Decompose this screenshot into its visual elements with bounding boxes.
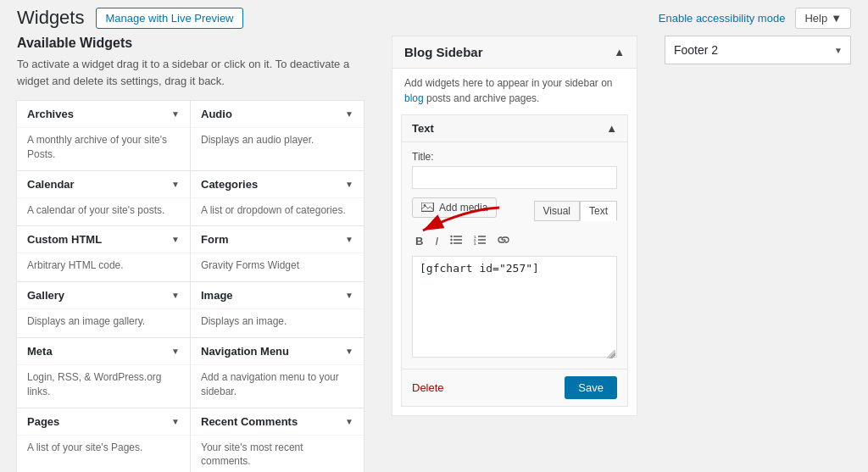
top-bar-left: Widgets Manage with Live Preview (17, 7, 243, 29)
widget-title-input[interactable] (412, 166, 617, 189)
widget-item-navigation-menu: Navigation Menu ▼ Add a navigation menu … (190, 337, 364, 408)
manage-live-preview-button[interactable]: Manage with Live Preview (96, 8, 242, 29)
bold-button[interactable]: B (412, 233, 426, 249)
widget-desc-recent-comments: Your site's most recent comments. (191, 436, 364, 472)
chevron-down-icon: ▼ (345, 291, 353, 300)
text-tab[interactable]: Text (580, 201, 617, 221)
chevron-down-icon: ▼ (171, 347, 180, 356)
save-button[interactable]: Save (565, 376, 617, 399)
blog-sidebar-title: Blog Sidebar (404, 45, 483, 59)
list-ul-icon (450, 235, 462, 245)
chevron-down-icon: ▼ (171, 109, 180, 119)
widget-desc-archives: A monthly archive of your site's Posts. (17, 128, 190, 170)
visual-tab[interactable]: Visual (534, 201, 580, 221)
widget-item-image: Image ▼ Displays an image. (190, 281, 364, 338)
chevron-down-icon: ▼ (345, 347, 353, 356)
top-bar: Widgets Manage with Live Preview Enable … (0, 0, 868, 36)
svg-point-5 (450, 236, 452, 237)
blog-link[interactable]: blog (404, 92, 424, 104)
media-icon (421, 203, 435, 213)
widget-name-calendar: Calendar (27, 178, 75, 191)
chevron-down-icon: ▼ (345, 417, 353, 426)
blog-sidebar-box: Blog Sidebar ▲ Add widgets here to appea… (392, 36, 637, 416)
widget-header-custom-html[interactable]: Custom HTML ▼ (17, 226, 190, 253)
text-widget-body: Title: Add media (402, 142, 627, 369)
widget-item-categories: Categories ▼ A list or dropdown of categ… (190, 170, 364, 227)
widget-name-custom-html: Custom HTML (27, 233, 102, 246)
footer2-wrapper: Footer 2 (665, 36, 851, 64)
widget-header-pages[interactable]: Pages ▼ (17, 408, 190, 436)
widget-item-form: Form ▼ Gravity Forms Widget (190, 225, 364, 282)
center-panel: Blog Sidebar ▲ Add widgets here to appea… (364, 36, 665, 472)
widget-desc-image: Displays an image. (191, 309, 364, 337)
widget-name-categories: Categories (201, 178, 258, 191)
chevron-up-icon: ▲ (614, 46, 625, 58)
help-button[interactable]: Help ▼ (795, 8, 851, 29)
page-title: Widgets (17, 7, 84, 29)
text-widget-header[interactable]: Text ▲ (402, 115, 627, 142)
italic-button[interactable]: I (431, 233, 442, 249)
widget-header-image[interactable]: Image ▼ (191, 282, 364, 309)
widget-desc-meta: Login, RSS, & WordPress.org links. (17, 365, 190, 408)
chevron-down-icon: ▼ (171, 417, 180, 426)
widget-name-recent-comments: Recent Comments (201, 415, 298, 428)
widget-item-recent-comments: Recent Comments ▼ Your site's most recen… (190, 408, 364, 472)
widget-name-image: Image (201, 289, 233, 302)
widget-desc-gallery: Displays an image gallery. (17, 309, 190, 337)
widget-item-gallery: Gallery ▼ Displays an image gallery. (16, 281, 191, 338)
title-label: Title: (412, 151, 617, 163)
chevron-down-icon: ▼ (171, 180, 180, 189)
widget-name-pages: Pages (27, 415, 59, 428)
delete-link[interactable]: Delete (412, 381, 444, 394)
chevron-down-icon: ▼ (345, 180, 353, 189)
widget-header-calendar[interactable]: Calendar ▼ (17, 171, 190, 198)
add-media-button[interactable]: Add media (412, 197, 497, 218)
footer2-select[interactable]: Footer 2 (665, 36, 851, 64)
widget-header-recent-comments[interactable]: Recent Comments ▼ (191, 408, 364, 436)
text-widget-title: Text (412, 122, 434, 135)
chevron-up-icon: ▲ (606, 122, 617, 135)
widget-header-navigation-menu[interactable]: Navigation Menu ▼ (191, 338, 364, 365)
available-widgets-description: To activate a widget drag it to a sideba… (17, 56, 364, 89)
widget-header-gallery[interactable]: Gallery ▼ (17, 282, 190, 309)
widget-item-meta: Meta ▼ Login, RSS, & WordPress.org links… (16, 337, 191, 408)
unordered-list-button[interactable] (447, 233, 465, 249)
widget-header-categories[interactable]: Categories ▼ (191, 171, 364, 198)
widget-desc-navigation-menu: Add a navigation menu to your sidebar. (191, 365, 364, 408)
widget-content-textarea[interactable]: [gfchart id="257"] (412, 256, 617, 358)
widget-header-archives[interactable]: Archives ▼ (17, 101, 190, 128)
add-media-label: Add media (439, 202, 487, 214)
widget-header-audio[interactable]: Audio ▼ (191, 101, 364, 128)
accessibility-link[interactable]: Enable accessibility mode (659, 12, 786, 25)
widget-footer: Delete Save (402, 369, 627, 406)
link-button[interactable] (494, 233, 513, 249)
available-widgets-title: Available Widgets (17, 36, 364, 51)
chevron-down-icon: ▼ (171, 235, 180, 244)
widget-name-navigation-menu: Navigation Menu (201, 345, 289, 358)
widget-header-form[interactable]: Form ▼ (191, 226, 364, 253)
widget-header-meta[interactable]: Meta ▼ (17, 338, 190, 365)
widget-desc-custom-html: Arbitrary HTML code. (17, 253, 190, 281)
visual-text-tabs: Visual Text (534, 201, 617, 221)
text-widget-box: Text ▲ Title: (401, 114, 628, 407)
widget-desc-categories: A list or dropdown of categories. (191, 198, 364, 226)
widget-desc-pages: A list of your site's Pages. (17, 436, 190, 464)
widget-desc-audio: Displays an audio player. (191, 128, 364, 156)
blog-sidebar-description: Add widgets here to appear in your sideb… (392, 69, 637, 114)
svg-point-6 (450, 239, 452, 241)
widget-desc-calendar: A calendar of your site's posts. (17, 198, 190, 226)
link-icon (498, 235, 509, 245)
chevron-down-icon: ▼ (345, 235, 353, 244)
svg-point-7 (450, 242, 452, 244)
main-content: Available Widgets To activate a widget d… (0, 36, 868, 472)
toolbar-row: B I (412, 230, 617, 249)
svg-rect-0 (421, 203, 433, 211)
widget-item-archives: Archives ▼ A monthly archive of your sit… (16, 100, 191, 171)
chevron-down-icon: ▼ (831, 12, 842, 25)
ordered-list-button[interactable]: 1. 2. 3. (470, 233, 489, 249)
widget-item-calendar: Calendar ▼ A calendar of your site's pos… (16, 170, 191, 227)
widgets-grid: Archives ▼ A monthly archive of your sit… (17, 101, 364, 472)
widget-item-custom-html: Custom HTML ▼ Arbitrary HTML code. (16, 225, 191, 282)
widget-name-meta: Meta (27, 345, 53, 358)
blog-sidebar-header: Blog Sidebar ▲ (392, 36, 637, 69)
